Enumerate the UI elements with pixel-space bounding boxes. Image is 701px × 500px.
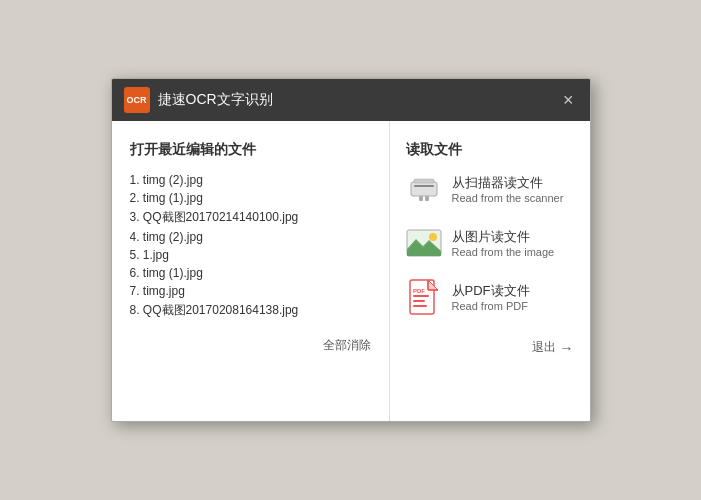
list-item[interactable]: 1. timg (2).jpg xyxy=(130,171,371,189)
dialog-body: 打开最近编辑的文件 1. timg (2).jpg 2. timg (1).jp… xyxy=(112,121,590,421)
scanner-icon xyxy=(406,171,442,207)
list-item[interactable]: 6. timg (1).jpg xyxy=(130,264,371,282)
clear-all-button[interactable]: 全部消除 xyxy=(130,331,371,354)
svg-rect-1 xyxy=(414,185,434,187)
pdf-action[interactable]: PDF 从PDF读文件 Read from PDF xyxy=(406,279,574,315)
image-action-texts: 从图片读文件 Read from the image xyxy=(452,228,555,258)
close-button[interactable]: × xyxy=(559,89,578,111)
pdf-main-label: 从PDF读文件 xyxy=(452,282,530,300)
image-main-label: 从图片读文件 xyxy=(452,228,555,246)
titlebar: OCR 捷速OCR文字识别 × xyxy=(112,79,590,121)
scanner-action[interactable]: 从扫描器读文件 Read from the scanner xyxy=(406,171,574,207)
pdf-action-texts: 从PDF读文件 Read from PDF xyxy=(452,282,530,312)
list-item[interactable]: 3. QQ截图20170214140100.jpg xyxy=(130,207,371,228)
svg-rect-2 xyxy=(419,196,423,201)
svg-text:PDF: PDF xyxy=(413,288,425,294)
list-item[interactable]: 7. timg.jpg xyxy=(130,282,371,300)
logo-text: OCR xyxy=(127,96,147,105)
scanner-main-label: 从扫描器读文件 xyxy=(452,174,564,192)
scanner-sub-label: Read from the scanner xyxy=(452,192,564,204)
svg-rect-4 xyxy=(414,179,434,183)
right-panel: 读取文件 从扫描器读文件 Read from the scanner xyxy=(390,121,590,421)
list-item[interactable]: 2. timg (1).jpg xyxy=(130,189,371,207)
exit-label: 退出 xyxy=(532,339,556,356)
read-file-title: 读取文件 xyxy=(406,141,574,159)
image-action[interactable]: 从图片读文件 Read from the image xyxy=(406,225,574,261)
svg-rect-15 xyxy=(413,305,427,307)
image-sub-label: Read from the image xyxy=(452,246,555,258)
app-logo: OCR xyxy=(124,87,150,113)
left-panel: 打开最近编辑的文件 1. timg (2).jpg 2. timg (1).jp… xyxy=(112,121,390,421)
svg-rect-14 xyxy=(413,300,425,302)
file-list: 1. timg (2).jpg 2. timg (1).jpg 3. QQ截图2… xyxy=(130,171,371,321)
pdf-sub-label: Read from PDF xyxy=(452,300,530,312)
list-item[interactable]: 8. QQ截图20170208164138.jpg xyxy=(130,300,371,321)
svg-rect-0 xyxy=(411,182,437,196)
exit-icon: → xyxy=(560,340,574,356)
list-item[interactable]: 4. timg (2).jpg xyxy=(130,228,371,246)
recent-files-title: 打开最近编辑的文件 xyxy=(130,141,371,159)
svg-rect-3 xyxy=(425,196,429,201)
scanner-action-texts: 从扫描器读文件 Read from the scanner xyxy=(452,174,564,204)
exit-button[interactable]: 退出 → xyxy=(406,333,574,356)
titlebar-title: 捷速OCR文字识别 xyxy=(158,91,559,109)
svg-rect-13 xyxy=(413,295,429,297)
svg-point-7 xyxy=(429,233,437,241)
image-icon xyxy=(406,225,442,261)
main-dialog: OCR 捷速OCR文字识别 × 打开最近编辑的文件 1. timg (2).jp… xyxy=(111,78,591,422)
pdf-icon: PDF xyxy=(406,279,442,315)
list-item[interactable]: 5. 1.jpg xyxy=(130,246,371,264)
